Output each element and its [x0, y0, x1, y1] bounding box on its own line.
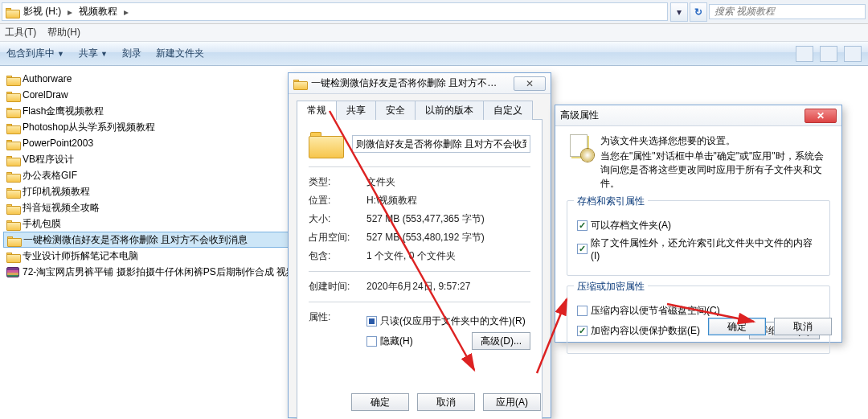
- index-label: 除了文件属性外，还允许索引此文件夹中文件的内容(I): [591, 236, 820, 261]
- list-item[interactable]: 办公表格GIF: [3, 167, 302, 183]
- command-toolbar: 包含到库中▼ 共享▼ 刻录 新建文件夹: [0, 42, 868, 66]
- tab-panel-general: 类型:文件夹 位置:H:\视频教程 大小:527 MB (553,477,365…: [297, 119, 542, 419]
- list-item[interactable]: Flash金鹰视频教程: [3, 103, 302, 119]
- folder-icon: [6, 203, 19, 213]
- list-item[interactable]: 手机包膜: [3, 216, 302, 232]
- close-icon: ✕: [817, 110, 825, 121]
- tab-4[interactable]: 自定义: [483, 101, 533, 120]
- close-button[interactable]: ✕: [514, 76, 546, 91]
- list-item-label: Photoshop从头学系列视频教程: [23, 121, 155, 134]
- list-item[interactable]: PowerPoint2003: [3, 135, 302, 151]
- list-item-label: 专业设计师拆解笔记本电脑: [23, 249, 138, 263]
- dialog-titlebar[interactable]: 高级属性 ✕: [555, 105, 841, 126]
- address-controls: ▾ ↻ 搜索 视频教程: [669, 0, 868, 23]
- folder-name-input[interactable]: [352, 135, 530, 153]
- label-location: 位置:: [309, 194, 366, 207]
- list-item-label: PowerPoint2003: [23, 138, 93, 149]
- tab-strip: 常规共享安全以前的版本自定义: [297, 101, 542, 120]
- search-input[interactable]: 搜索 视频教程: [709, 4, 866, 19]
- include-in-library[interactable]: 包含到库中▼: [6, 47, 64, 60]
- list-item[interactable]: 抖音短视频全攻略: [3, 199, 302, 216]
- menu-help[interactable]: 帮助(H): [47, 26, 80, 39]
- tab-1[interactable]: 共享: [336, 101, 376, 120]
- help-button[interactable]: [844, 46, 862, 62]
- folder-icon: [6, 219, 19, 229]
- value-contains: 1 个文件, 0 个文件夹: [366, 249, 456, 263]
- label-attributes: 属性:: [309, 310, 366, 354]
- burn[interactable]: 刻录: [122, 47, 141, 60]
- value-ondisk: 527 MB (553,480,192 字节): [366, 231, 485, 244]
- breadcrumb-drive[interactable]: 影视 (H:): [18, 3, 66, 20]
- intro-line-2: 当您在"属性"对话框中单击"确定"或"应用"时，系统会询问您是否将这些更改同时应…: [600, 150, 830, 191]
- list-item[interactable]: 打印机视频教程: [3, 183, 302, 199]
- index-checkbox[interactable]: [577, 244, 588, 254]
- list-item-label: Flash金鹰视频教程: [23, 105, 104, 118]
- folder-icon: [6, 122, 19, 133]
- list-item[interactable]: CorelDraw: [3, 87, 302, 103]
- chevron-right-icon: ▸: [68, 6, 72, 18]
- archive-checkbox[interactable]: [577, 220, 588, 231]
- list-item[interactable]: VB程序设计: [3, 151, 302, 167]
- breadcrumb-folder[interactable]: 视频教程: [74, 3, 122, 20]
- encrypt-label: 加密内容以便保护数据(E): [591, 324, 700, 338]
- breadcrumb[interactable]: 影视 (H:) ▸ 视频教程 ▸: [2, 2, 668, 21]
- advanced-button[interactable]: 高级(D)...: [472, 332, 530, 350]
- folder-icon: [6, 90, 19, 101]
- folder-icon: [6, 6, 18, 17]
- dialog-titlebar[interactable]: 一键检测微信好友是否将你删除 且对方不会收到消息 ... ✕: [289, 73, 551, 94]
- advanced-attributes-dialog: 高级属性 ✕ 为该文件夹选择您想要的设置。 当您在"属性"对话框中单击"确定"或…: [555, 105, 842, 343]
- tab-2[interactable]: 安全: [375, 101, 416, 120]
- folder-icon: [6, 251, 19, 261]
- folder-icon: [6, 187, 19, 197]
- tab-0[interactable]: 常规: [297, 101, 337, 120]
- ok-button[interactable]: 确定: [708, 318, 766, 335]
- close-icon: ✕: [526, 78, 534, 89]
- address-bar: 影视 (H:) ▸ 视频教程 ▸ ▾ ↻ 搜索 视频教程: [0, 0, 868, 24]
- label-size: 大小:: [309, 212, 366, 226]
- value-size: 527 MB (553,477,365 字节): [366, 212, 485, 226]
- apply-button[interactable]: 应用(A): [483, 393, 541, 411]
- label-ondisk: 占用空间:: [309, 231, 366, 244]
- dialog-title: 高级属性: [560, 109, 599, 122]
- refresh-dropdown[interactable]: ▾: [670, 2, 688, 22]
- archive-label: 可以存档文件夹(A): [591, 219, 671, 232]
- folder-icon: [6, 170, 19, 181]
- compress-checkbox[interactable]: [577, 306, 588, 316]
- list-item[interactable]: 72-淘宝网店男裤平铺 摄影拍摄牛仔休闲裤PS后期制作合成 视频: [3, 264, 302, 280]
- encrypt-checkbox[interactable]: [577, 326, 588, 336]
- folder-list: AuthorwareCorelDrawFlash金鹰视频教程Photoshop从…: [0, 66, 305, 419]
- list-item[interactable]: Authorware: [3, 71, 302, 87]
- list-item-label: 抖音短视频全攻略: [23, 201, 100, 215]
- readonly-label: 只读(仅应用于文件夹中的文件)(R): [380, 314, 526, 328]
- tab-3[interactable]: 以前的版本: [415, 101, 484, 120]
- search-placeholder: 搜索 视频教程: [714, 5, 775, 18]
- ok-button[interactable]: 确定: [351, 393, 409, 411]
- preview-pane-button[interactable]: [820, 46, 837, 62]
- hidden-label: 隐藏(H): [380, 335, 413, 348]
- list-item[interactable]: Photoshop从头学系列视频教程: [3, 119, 302, 135]
- menu-bar: 工具(T) 帮助(H): [0, 24, 868, 42]
- cancel-button[interactable]: 取消: [417, 393, 475, 411]
- list-item-label: Authorware: [23, 73, 72, 84]
- list-item[interactable]: 专业设计师拆解笔记本电脑: [3, 248, 302, 264]
- cancel-button[interactable]: 取消: [774, 318, 832, 335]
- view-options-button[interactable]: [796, 46, 813, 62]
- list-item[interactable]: 一键检测微信好友是否将你删除 且对方不会收到消息: [3, 232, 302, 248]
- hidden-checkbox[interactable]: [366, 336, 377, 347]
- list-item-label: CorelDraw: [23, 89, 68, 101]
- label-contains: 包含:: [309, 249, 366, 263]
- share-with[interactable]: 共享▼: [79, 47, 108, 60]
- refresh-button[interactable]: ↻: [690, 2, 707, 22]
- menu-tools[interactable]: 工具(T): [5, 26, 36, 39]
- folder-icon: [6, 74, 19, 84]
- settings-page-icon: [567, 134, 592, 160]
- list-item-label: 一键检测微信好友是否将你删除 且对方不会收到消息: [23, 233, 248, 247]
- readonly-checkbox[interactable]: [366, 316, 377, 327]
- new-folder[interactable]: 新建文件夹: [156, 47, 204, 60]
- folder-icon: [6, 106, 19, 117]
- folder-icon: [293, 78, 306, 88]
- close-button[interactable]: ✕: [805, 109, 837, 123]
- compress-label: 压缩内容以便节省磁盘空间(C): [591, 304, 720, 318]
- list-item-label: VB程序设计: [23, 153, 74, 166]
- intro-line-1: 为该文件夹选择您想要的设置。: [600, 134, 830, 148]
